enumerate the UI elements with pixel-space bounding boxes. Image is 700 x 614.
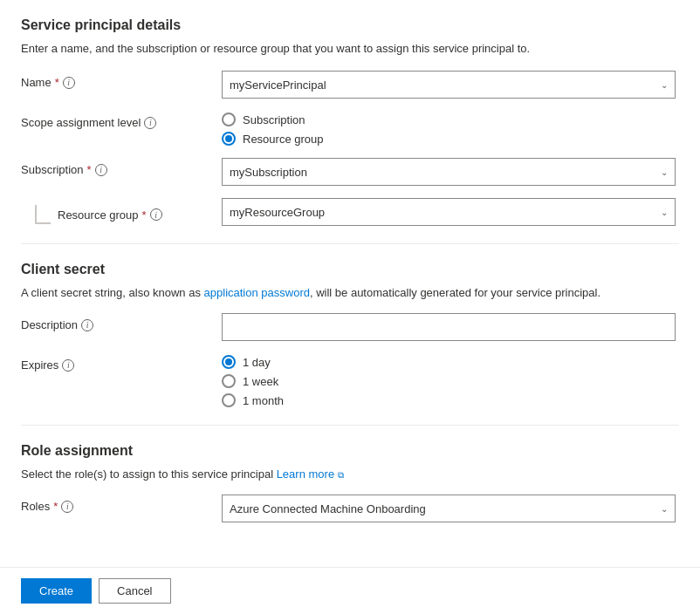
role-assignment-section: Role assignment Select the role(s) to as… [21,443,679,522]
expires-radio-1month-circle[interactable] [222,393,236,407]
expires-radio-1week-label: 1 week [243,375,278,388]
client-secret-title: Client secret [21,262,679,277]
scope-label-text: Scope assignment level [21,116,141,129]
resource-group-row: Resource group * i myResourceGroup ⌄ [21,198,679,226]
expires-radio-1week-circle[interactable] [222,374,236,388]
name-row: Name * i myServicePrincipal ⌄ [21,71,679,99]
name-info-icon[interactable]: i [63,77,75,89]
description-input[interactable] [222,313,676,341]
scope-label: Scope assignment level i [21,111,222,129]
resource-group-info-icon[interactable]: i [150,208,162,221]
expires-radio-group: 1 day 1 week 1 month [222,353,679,407]
expires-label-text: Expires [21,358,58,372]
expires-radio-1day[interactable]: 1 day [222,355,679,369]
subscription-dropdown[interactable]: mySubscription ⌄ [222,158,676,186]
subscription-label: Subscription * i [21,158,222,176]
divider-1 [21,243,679,244]
resource-group-label-text: Resource group [58,208,139,222]
learn-more-link[interactable]: Learn more [277,467,334,481]
roles-chevron-icon: ⌄ [661,504,668,514]
scope-info-icon[interactable]: i [144,117,156,129]
expires-label: Expires i [21,353,222,372]
roles-label-text: Roles [21,500,50,513]
cancel-button[interactable]: Cancel [99,578,170,604]
client-secret-description-prefix: A client secret string, also known as [21,286,204,299]
roles-label: Roles * i [21,495,222,513]
roles-dropdown[interactable]: Azure Connected Machine Onboarding ⌄ [222,495,676,522]
name-dropdown[interactable]: myServicePrincipal ⌄ [222,71,676,99]
create-button[interactable]: Create [21,578,92,604]
expires-row: Expires i 1 day 1 week 1 month [21,353,679,407]
scope-radio-group: Subscription Resource group [222,111,679,146]
client-secret-section: Client secret A client secret string, al… [21,262,679,407]
expires-radio-1month[interactable]: 1 month [222,393,679,407]
scope-radio-resource-group[interactable]: Resource group [222,132,679,146]
subscription-row: Subscription * i mySubscription ⌄ [21,158,679,186]
application-password-link[interactable]: application password [204,286,310,299]
resource-group-chevron-icon: ⌄ [661,208,668,217]
roles-info-icon[interactable]: i [61,501,73,513]
resource-group-dropdown[interactable]: myResourceGroup ⌄ [222,198,676,226]
expires-radio-1day-circle[interactable] [222,355,236,369]
name-chevron-icon: ⌄ [661,80,668,90]
name-label-text: Name [21,76,51,89]
subscription-chevron-icon: ⌄ [661,167,668,177]
scope-radio-subscription-label: Subscription [243,113,305,126]
expires-radio-1week[interactable]: 1 week [222,374,679,388]
roles-row: Roles * i Azure Connected Machine Onboar… [21,495,679,522]
expires-control-area: 1 day 1 week 1 month [222,353,679,407]
scope-row: Scope assignment level i Subscription Re… [21,111,679,146]
name-label: Name * i [21,71,222,89]
expires-radio-1month-label: 1 month [243,394,284,407]
footer-bar: Create Cancel [0,567,700,614]
scope-radio-resource-group-label: Resource group [243,133,324,146]
client-secret-description: A client secret string, also known as ap… [21,286,679,299]
scope-control-area: Subscription Resource group [222,111,679,146]
role-assignment-description: Select the role(s) to assign to this ser… [21,467,679,481]
divider-2 [21,425,679,426]
description-row: Description i [21,313,679,341]
name-required-star: * [55,76,59,89]
name-control-area: myServicePrincipal ⌄ [222,71,679,99]
subscription-dropdown-value: mySubscription [230,166,307,179]
name-dropdown-value: myServicePrincipal [230,78,326,92]
external-link-icon: ⧉ [338,470,344,480]
resource-group-dropdown-value: myResourceGroup [230,206,325,219]
expires-info-icon[interactable]: i [62,359,74,372]
description-control-area [222,313,679,341]
client-secret-description-suffix: , will be automatically generated for yo… [310,286,600,299]
page-title: Service principal details [21,17,679,33]
subscription-control-area: mySubscription ⌄ [222,158,679,186]
description-label-text: Description [21,318,78,331]
scope-radio-subscription-circle[interactable] [222,113,236,126]
indent-line-container: Resource group * i [21,198,222,224]
expires-radio-1day-label: 1 day [243,356,271,369]
roles-dropdown-value: Azure Connected Machine Onboarding [230,502,426,515]
roles-control-area: Azure Connected Machine Onboarding ⌄ [222,495,679,522]
subscription-required-star: * [87,163,92,176]
scope-radio-resource-group-circle[interactable] [222,132,236,146]
description-label: Description i [21,313,222,331]
role-assignment-description-text: Select the role(s) to assign to this ser… [21,467,273,481]
resource-group-control-area: myResourceGroup ⌄ [222,198,679,226]
resource-group-required-star: * [142,208,147,222]
role-assignment-title: Role assignment [21,443,679,459]
roles-required-star: * [53,500,58,513]
description-info-icon[interactable]: i [81,319,93,331]
page-subtitle: Enter a name, and the subscription or re… [21,42,679,55]
subscription-info-icon[interactable]: i [95,164,107,176]
resource-group-label-container: Resource group * i [51,208,162,222]
subscription-label-text: Subscription [21,163,84,176]
scope-radio-subscription[interactable]: Subscription [222,113,679,126]
